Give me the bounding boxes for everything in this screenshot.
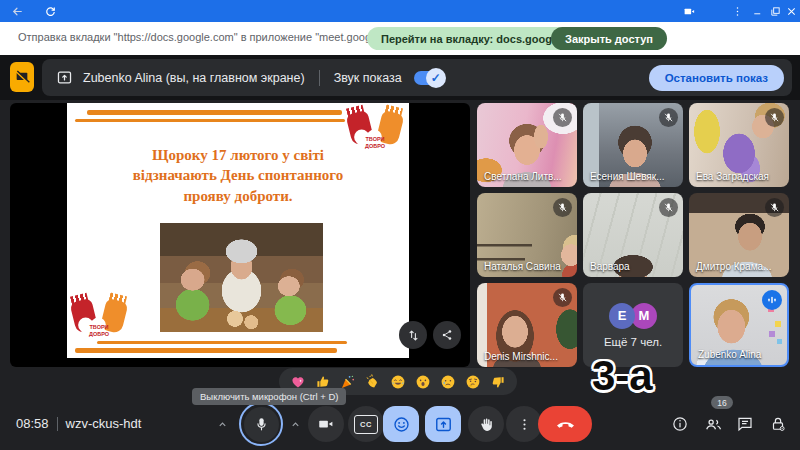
toggle-check-icon: ✓ [426,68,446,88]
mic-off-icon [765,198,784,217]
stop-presenting-button[interactable]: Остановить показ [649,65,784,91]
avatar: E [609,303,635,329]
participant-name: Наталья Савина [484,261,561,272]
participant-tile[interactable]: Дмитро Крама... [689,193,789,277]
participant-name: Ева Заградская [696,171,769,182]
participant-tile[interactable]: Denis Mirshnic... [477,283,577,367]
participant-grid: Светлана Литв... Есения Шевяк... Ева Заг… [477,103,789,367]
slide-accent-bar [75,119,345,122]
mic-button-ring [239,402,283,446]
participant-count-badge: 16 [711,396,733,409]
participant-tile[interactable]: Ева Заградская [689,103,789,187]
captions-icon: CC [354,415,378,434]
share-audio-toggle[interactable]: ✓ [414,71,444,85]
logo-text: ТВОРИДОБРО [79,324,119,337]
clock: 08:58 [16,416,49,431]
slide-photo-grandma-baking [160,223,323,332]
tab-sharing-notification-bar: Отправка вкладки "https://docs.google.co… [0,22,800,57]
mic-settings-chevron-icon[interactable] [215,417,230,432]
presentation-slide: Щороку 17 лютого у світі відзначають Ден… [67,103,409,358]
meeting-details-button[interactable] [670,414,690,434]
presenting-warning-icon [10,62,34,92]
show-participants-button[interactable] [703,414,723,434]
logo-text: ТВОРИДОБРО [355,136,395,149]
stop-access-button[interactable]: Закрыть доступ [551,27,667,50]
mic-off-icon [553,108,572,127]
slide-accent-bar [97,341,347,344]
mic-off-icon [553,198,572,217]
sharing-notification-text: Отправка вкладки "https://docs.google.co… [18,31,417,43]
participant-tile[interactable]: Наталья Савина [477,193,577,277]
meeting-code: wzv-ckus-hdt [66,416,142,431]
leave-call-button[interactable] [538,406,592,442]
raise-hand-button[interactable] [468,406,504,442]
captions-button[interactable]: CC [348,406,384,442]
close-icon[interactable] [783,3,799,19]
slide-accent-bar [87,110,342,115]
clapping-hands-reaction[interactable] [365,374,381,390]
present-screen-icon [56,69,73,86]
reactions-button[interactable] [383,406,419,442]
host-controls-button[interactable] [768,414,788,434]
face-with-tears-of-joy-reaction[interactable] [390,374,406,390]
mic-off-icon [659,108,678,127]
participant-name: Светлана Литв... [484,171,562,182]
restore-window-icon[interactable] [767,3,783,19]
participant-tile-self[interactable]: Zubenko Alina [689,283,789,367]
thinking-face-reaction[interactable] [465,374,481,390]
participant-name: Denis Mirshnic... [484,351,558,362]
present-now-button[interactable] [425,406,461,442]
camera-button[interactable] [308,406,344,442]
speaking-indicator-icon [762,290,782,310]
crying-face-reaction[interactable] [440,374,456,390]
overflow-avatars: E M [609,303,657,329]
mic-off-icon [553,288,572,307]
browser-menu-icon[interactable] [729,3,745,19]
back-icon[interactable] [9,3,25,19]
browser-title-bar [0,0,800,22]
tab-capture-icon [681,3,697,19]
divider [57,417,58,431]
participant-tile[interactable]: Есения Шевяк... [583,103,683,187]
reload-icon[interactable] [42,3,58,19]
more-options-button[interactable] [506,406,542,442]
share-audio-label: Звук показа [334,71,402,85]
tvori-dobro-logo: ТВОРИДОБРО [347,112,403,166]
meeting-meta: 08:58 wzv-ckus-hdt [16,416,141,431]
divider [319,70,320,86]
mic-off-icon [659,198,678,217]
chat-button[interactable] [735,414,755,434]
camera-settings-chevron-icon[interactable] [288,417,303,432]
face-with-open-mouth-reaction[interactable] [415,374,431,390]
participant-tile[interactable]: Светлана Литв... [477,103,577,187]
participant-name: Zubenko Alina [698,349,761,360]
presenting-bar: Zubenko Alina (вы, на главном экране) Зв… [0,55,800,100]
thumbs-down-reaction[interactable] [490,374,506,390]
mic-button[interactable] [244,407,279,442]
swap-presentation-button[interactable] [399,321,427,349]
class-annotation: 3-а [592,352,653,400]
mic-tooltip: Выключить микрофон (Ctrl + D) [192,388,346,405]
overflow-count-label: Ещё 7 чел. [604,336,662,348]
presenting-banner: Zubenko Alina (вы, на главном экране) Зв… [42,59,792,96]
share-icon[interactable] [433,321,461,349]
tvori-dobro-logo: ТВОРИДОБРО [71,300,127,354]
presenter-name: Zubenko Alina (вы, на главном экране) [83,71,305,85]
minimize-icon[interactable] [749,3,765,19]
participant-name: Есения Шевяк... [590,171,664,182]
mic-off-icon [765,108,784,127]
participant-tile[interactable]: Варвара [583,193,683,277]
participant-name: Варвара [590,261,630,272]
google-meet-window: Отправка вкладки "https://docs.google.co… [0,0,800,450]
participant-name: Дмитро Крама... [696,261,771,272]
